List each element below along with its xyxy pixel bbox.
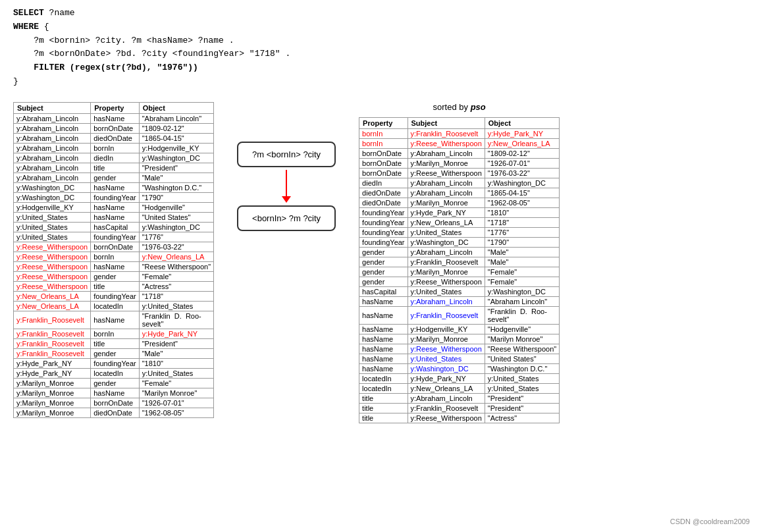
table-cell-object: "1926-07-01" — [485, 158, 559, 168]
table-cell-object: "1776" — [485, 227, 559, 237]
table-cell-subject: y:Abraham_Lincoln — [408, 247, 485, 257]
arrow-down — [282, 170, 291, 203]
table-cell-subject: y:Marilyn_Monroe — [408, 267, 485, 277]
left-header-property: Property — [91, 102, 139, 113]
right-header-subject: Subject — [408, 117, 485, 128]
query-line2: WHERE { — [13, 20, 750, 34]
table-cell: "Female" — [139, 378, 213, 388]
table-cell-subject: y:Marilyn_Monroe — [408, 334, 485, 344]
table-cell: bornIn — [91, 143, 139, 153]
table-cell-property: diedIn — [359, 178, 408, 188]
table-cell: y:Washington_DC — [139, 222, 213, 232]
table-cell: "Washington D.C." — [139, 182, 213, 192]
query-line1: SELECT ?name — [13, 7, 750, 20]
table-cell: "Reese Witherspoon" — [139, 261, 213, 271]
table-cell-subject: y:Marilyn_Monroe — [408, 158, 485, 168]
table-cell: "1776" — [139, 232, 213, 242]
table-cell-object: "Abraham Lincoln" — [485, 296, 559, 306]
table-cell: foundingYear — [91, 291, 139, 301]
table-cell: hasName — [91, 113, 139, 123]
table-cell-property: diedOnDate — [359, 188, 408, 198]
table-cell: y:Franklin_Roosevelt — [14, 348, 91, 358]
table-cell-subject: y:Abraham_Lincoln — [408, 188, 485, 198]
table-cell: y:New_Orleans_LA — [14, 301, 91, 311]
arrow-head — [282, 196, 291, 203]
table-row: y:Marilyn_Monroegender"Female" — [14, 378, 214, 388]
table-row: gendery:Franklin_Roosevelt"Male" — [359, 257, 560, 267]
table-cell-object: y:Washington_DC — [485, 178, 559, 188]
table-cell-object: y:Washington_DC — [485, 286, 559, 296]
table-cell: "1809-02-12" — [139, 123, 213, 133]
sorted-label: sorted by pso — [359, 102, 560, 112]
table-row: hasNamey:Reese_Witherspoon"Reese Withers… — [359, 344, 560, 354]
table-cell-subject: y:Abraham_Lincoln — [408, 148, 485, 158]
table-row: hasNamey:United_States"United States" — [359, 354, 560, 363]
table-row: hasCapitaly:United_Statesy:Washington_DC — [359, 286, 560, 296]
table-row: diedOnDatey:Marilyn_Monroe"1962-08-05" — [359, 198, 560, 207]
table-cell: "1865-04-15" — [139, 133, 213, 143]
table-row: hasNamey:Abraham_Lincoln"Abraham Lincoln… — [359, 296, 560, 306]
table-cell: foundingYear — [91, 232, 139, 242]
table-cell-property: hasName — [359, 354, 408, 363]
table-row: y:Abraham_LincolndiedIny:Washington_DC — [14, 153, 214, 163]
table-cell: y:Abraham_Lincoln — [14, 143, 91, 153]
query-line4: ?m <bornOnDate> ?bd. ?city <foundingYear… — [13, 47, 750, 61]
table-cell-object: "Actress" — [485, 413, 559, 423]
table-row: locatedIny:Hyde_Park_NYy:United_States — [359, 373, 560, 383]
table-cell: y:Reese_Witherspoon — [14, 281, 91, 291]
table-row: bornOnDatey:Marilyn_Monroe"1926-07-01" — [359, 158, 560, 168]
table-row: y:Franklin_Roosevelttitle"President" — [14, 338, 214, 348]
table-cell-subject: y:Hyde_Park_NY — [408, 207, 485, 217]
query-line3: ?m <bornin> ?city. ?m <hasName> ?name . — [13, 34, 750, 48]
table-cell-subject: y:New_Orleans_LA — [408, 217, 485, 227]
right-header-property: Property — [359, 117, 408, 128]
table-cell: hasName — [91, 311, 139, 329]
table-cell-property: hasName — [359, 344, 408, 354]
table-row: bornIny:Reese_Witherspoony:New_Orleans_L… — [359, 138, 560, 148]
table-row: hasNamey:Marilyn_Monroe"Marilyn Monroe" — [359, 334, 560, 344]
table-cell: y:Abraham_Lincoln — [14, 163, 91, 173]
table-cell-subject: y:Washington_DC — [408, 237, 485, 247]
table-cell: "1962-08-05" — [139, 408, 213, 417]
table-cell: "1976-03-22" — [139, 242, 213, 252]
table-cell-object: "1790" — [485, 237, 559, 247]
table-cell-subject: y:Abraham_Lincoln — [408, 178, 485, 188]
table-cell: y:Franklin_Roosevelt — [14, 311, 91, 329]
table-cell-property: bornOnDate — [359, 148, 408, 158]
table-cell: title — [91, 281, 139, 291]
table-cell-object: "Franklin D. Roo- sevelt" — [485, 306, 559, 324]
table-row: y:Washington_DCfoundingYear"1790" — [14, 192, 214, 202]
table-cell: diedIn — [91, 153, 139, 163]
table-cell: gender — [91, 378, 139, 388]
table-cell: y:Franklin_Roosevelt — [14, 329, 91, 338]
arrow-line — [286, 170, 287, 196]
table-cell-object: "1810" — [485, 207, 559, 217]
table-cell: "Hodgenville" — [139, 202, 213, 212]
table-row: foundingYeary:Hyde_Park_NY"1810" — [359, 207, 560, 217]
table-cell: "Franklin D. Roo- sevelt" — [139, 311, 213, 329]
table-cell-subject: y:United_States — [408, 286, 485, 296]
table-cell: foundingYear — [91, 192, 139, 202]
table-cell-property: locatedIn — [359, 373, 408, 383]
table-cell-property: bornOnDate — [359, 158, 408, 168]
table-row: y:Reese_Witherspoongender"Female" — [14, 271, 214, 281]
sorted-italic: pso — [471, 102, 486, 112]
watermark: CSDN @cooldream2009 — [670, 518, 750, 525]
table-cell-property: bornIn — [359, 138, 408, 148]
table-cell: y:Marilyn_Monroe — [14, 408, 91, 417]
table-cell: hasName — [91, 202, 139, 212]
table-cell-property: gender — [359, 247, 408, 257]
table-cell: foundingYear — [91, 358, 139, 368]
right-section: sorted by pso Property Subject Object bo… — [359, 102, 560, 423]
table-cell: y:Reese_Witherspoon — [14, 252, 91, 261]
table-cell-property: foundingYear — [359, 207, 408, 217]
table-cell: y:Reese_Witherspoon — [14, 271, 91, 281]
table-row: y:Abraham_LincolnhasName"Abraham Lincoln… — [14, 113, 214, 123]
table-cell: "Abraham Lincoln" — [139, 113, 213, 123]
table-row: y:Abraham_LincolnbornOnDate"1809-02-12" — [14, 123, 214, 133]
right-table: Property Subject Object bornIny:Franklin… — [359, 117, 560, 423]
table-cell-property: hasName — [359, 363, 408, 373]
table-row: titley:Abraham_Lincoln"President" — [359, 393, 560, 403]
table-row: y:Marilyn_MonroediedOnDate"1962-08-05" — [14, 408, 214, 417]
table-row: y:Washington_DChasName"Washington D.C." — [14, 182, 214, 192]
